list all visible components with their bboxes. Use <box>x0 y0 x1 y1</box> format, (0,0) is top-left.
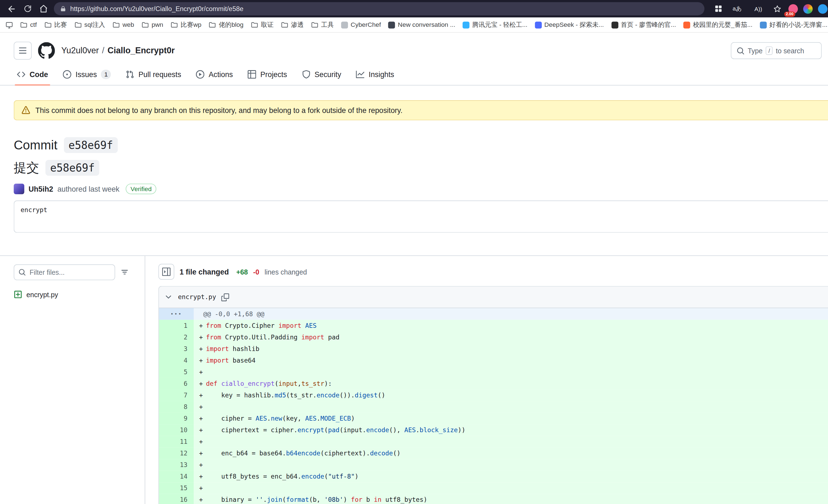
diff-line-number[interactable]: 13 <box>159 459 194 470</box>
tab-label: Security <box>315 70 341 79</box>
pr-icon <box>126 70 134 79</box>
site-favicon <box>535 21 542 28</box>
bookmark-item[interactable]: 校园里的元婴_番茄... <box>680 19 756 31</box>
addition-marker: + <box>199 366 206 378</box>
addition-marker: + <box>199 436 206 447</box>
verified-badge[interactable]: Verified <box>126 184 156 194</box>
bookmark-item[interactable]: DeepSeek - 探索未... <box>531 19 608 31</box>
bookmark-item[interactable]: CyberChef <box>337 19 385 30</box>
bookmark-item[interactable]: sql注入 <box>71 19 109 31</box>
diff-line-number[interactable]: 6 <box>159 378 194 390</box>
bookmark-item[interactable]: ctf <box>16 19 40 30</box>
file-filter-options-icon[interactable] <box>117 265 132 279</box>
chevron-down-icon[interactable] <box>164 293 173 301</box>
bookmark-item[interactable]: web <box>109 19 138 30</box>
addition-marker: + <box>199 413 206 424</box>
bookmark-item[interactable]: pwn <box>138 19 167 30</box>
tab-insights[interactable]: Insights <box>348 64 402 85</box>
bookmark-item[interactable]: New conversation ... <box>385 19 459 30</box>
breadcrumb: Yu2ul0ver / Ciallo_Encrypt0r <box>61 46 175 55</box>
tab-pull-requests[interactable]: Pull requests <box>118 64 189 85</box>
bookmarks-bar: ctf比赛sql注入webpwn比赛wp佬的blog取证渗透工具CyberChe… <box>0 17 828 33</box>
split-screen-icon[interactable] <box>711 2 726 16</box>
author-login[interactable]: Uh5ih2 <box>29 185 53 193</box>
address-bar[interactable]: https://github.com/Yu2ul0ver/Ciallo_Encr… <box>54 2 704 15</box>
diff-line-number[interactable]: 16 <box>159 494 194 504</box>
diff-line-code: + enc_b64 = base64.b64encode(ciphertext)… <box>194 447 828 459</box>
diff-filename[interactable]: encrypt.py <box>178 293 216 301</box>
expand-hunk-button[interactable]: ••• <box>159 308 194 320</box>
bookmark-item[interactable]: 佬的blog <box>205 19 247 31</box>
extension-icon-profile[interactable] <box>801 2 814 15</box>
site-favicon <box>684 21 690 28</box>
bookmark-item[interactable]: 比赛wp <box>167 19 205 31</box>
table-icon <box>248 70 256 79</box>
additions-count: +68 <box>236 268 248 276</box>
diff-line-number[interactable]: 14 <box>159 470 194 482</box>
hamburger-menu-button[interactable] <box>14 42 32 60</box>
browser-toolbar: https://github.com/Yu2ul0ver/Ciallo_Encr… <box>0 0 828 17</box>
diff-line-number[interactable]: 10 <box>159 424 194 436</box>
bookmark-item[interactable]: 好看的小说-无弹窗... <box>756 19 828 31</box>
site-favicon <box>388 21 395 28</box>
file-filter-input[interactable]: Filter files... <box>14 264 115 280</box>
diff-line-number[interactable]: 7 <box>159 390 194 401</box>
collections-monitor-icon[interactable] <box>5 21 13 29</box>
diff-line-code: +def ciallo_encrypt(input,ts_str): <box>194 378 828 390</box>
collapse-sidebar-button[interactable] <box>158 264 174 279</box>
github-logo[interactable] <box>38 42 55 59</box>
tab-label: Actions <box>209 70 233 79</box>
bookmark-label: 渗透 <box>291 20 304 29</box>
refresh-button[interactable] <box>20 2 35 16</box>
diff-line-number[interactable]: 8 <box>159 401 194 413</box>
tab-projects[interactable]: Projects <box>240 64 294 85</box>
tab-code[interactable]: Code <box>9 64 55 85</box>
diff-line-number[interactable]: 15 <box>159 482 194 494</box>
avatar[interactable] <box>14 184 24 194</box>
breadcrumb-repo[interactable]: Ciallo_Encrypt0r <box>108 46 175 55</box>
tab-security[interactable]: Security <box>294 64 348 85</box>
graph-icon <box>356 70 365 79</box>
diff-line-number[interactable]: 1 <box>159 320 194 331</box>
copy-icon[interactable] <box>221 293 230 301</box>
tab-issues[interactable]: Issues1 <box>55 64 119 85</box>
diff-line-number[interactable]: 9 <box>159 413 194 424</box>
diff-line-number[interactable]: 2 <box>159 331 194 343</box>
diff-line-number[interactable]: 3 <box>159 343 194 355</box>
tab-actions[interactable]: Actions <box>189 64 240 85</box>
search-icon <box>18 269 26 276</box>
search-input[interactable]: Type / to search <box>731 42 822 59</box>
commit-message: encrypt <box>21 206 47 214</box>
diff-line-number[interactable]: 5 <box>159 366 194 378</box>
addition-marker: + <box>199 494 206 504</box>
addition-marker: + <box>199 470 206 482</box>
diff-line-code: + <box>194 436 828 447</box>
home-button[interactable] <box>36 2 51 16</box>
addition-marker: + <box>199 355 206 366</box>
commit-author-row: Uh5ih2 authored last week Verified <box>14 184 828 194</box>
bookmark-item[interactable]: 首页 - 廖雪峰的官... <box>608 19 679 31</box>
slash-key-hint: / <box>766 46 773 55</box>
bookmark-item[interactable]: 比赛 <box>40 19 71 31</box>
extension-icon-blue[interactable] <box>816 2 828 15</box>
file-tree: encrypt.py <box>14 287 145 301</box>
site-favicon <box>463 21 469 28</box>
diff-line-number[interactable]: 12 <box>159 447 194 459</box>
diff-line-number[interactable]: 4 <box>159 355 194 366</box>
bookmark-item[interactable]: 取证 <box>247 19 277 31</box>
extension-icon-pink[interactable]: 2.00 <box>787 2 799 15</box>
bookmark-item[interactable]: 工具 <box>307 19 337 31</box>
bookmark-item[interactable]: 腾讯元宝 - 轻松工... <box>459 19 531 31</box>
diff-line-number[interactable]: 11 <box>159 436 194 447</box>
folder-icon <box>311 21 319 29</box>
translate-button[interactable]: aあ <box>728 2 747 16</box>
file-tree-sidebar: Filter files... encrypt.py <box>0 256 145 504</box>
bookmark-item[interactable]: 渗透 <box>277 19 307 31</box>
breadcrumb-owner[interactable]: Yu2ul0ver <box>61 46 99 55</box>
file-tree-item[interactable]: encrypt.py <box>14 287 145 301</box>
back-button[interactable] <box>4 2 19 16</box>
tab-label: Pull requests <box>138 70 181 79</box>
favorites-star-icon[interactable] <box>770 2 785 16</box>
search-icon <box>737 47 745 55</box>
read-aloud-button[interactable]: A)) <box>749 2 768 16</box>
